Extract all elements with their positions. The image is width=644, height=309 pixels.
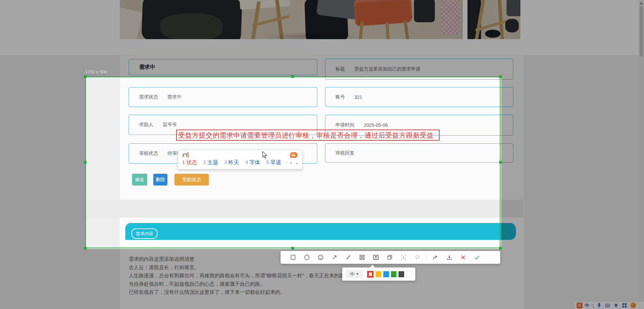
- download-icon[interactable]: [442, 251, 456, 264]
- color-swatch-yellow[interactable]: [376, 271, 381, 277]
- dim-overlay-right: [501, 77, 644, 249]
- ime-composition-text: z't: [182, 152, 187, 158]
- share-icon[interactable]: [428, 251, 442, 264]
- arrow-tool-icon[interactable]: [327, 251, 341, 264]
- selection-handle[interactable]: [84, 161, 87, 164]
- ime-popup: z't 1 状态 2 主题 3 昨天 4 字体 5 早退: [178, 150, 302, 169]
- font-size-dropdown[interactable]: 中: [346, 270, 363, 278]
- color-swatch-blue[interactable]: [383, 271, 389, 277]
- toolbar-divider: [426, 254, 426, 261]
- chevron-down-icon: [356, 273, 359, 275]
- ime-composition: z't: [182, 152, 188, 158]
- selection-handle[interactable]: [84, 247, 87, 250]
- candidate-number: 3: [224, 159, 227, 166]
- candidate-word: 昨天: [228, 159, 239, 166]
- candidate-number: 2: [203, 159, 206, 166]
- cancel-capture-icon[interactable]: [456, 251, 470, 264]
- color-swatch-white[interactable]: [406, 271, 412, 277]
- selection-handle[interactable]: [84, 75, 87, 78]
- ime-candidate-3[interactable]: 3 昨天: [224, 159, 239, 166]
- candidate-word: 字体: [249, 159, 260, 166]
- color-swatch-dark[interactable]: [398, 271, 404, 277]
- selection-handle[interactable]: [499, 247, 502, 250]
- ime-next-icon[interactable]: ›: [290, 160, 292, 165]
- style-bar-notch: [370, 265, 375, 268]
- candidate-number: 1: [182, 159, 185, 166]
- font-size-value: 中: [350, 271, 354, 277]
- mosaic-tool-icon[interactable]: [355, 251, 369, 264]
- candidate-word: 主题: [207, 159, 218, 166]
- color-swatch-green[interactable]: [391, 271, 397, 277]
- screen: 需求中 标题 受益方这里添加自己的需求申请 需求状态 需求中 账号 321 求助…: [0, 0, 644, 309]
- selection-handle[interactable]: [499, 75, 502, 78]
- candidate-word: 状态: [186, 159, 197, 166]
- mouse-cursor: [262, 151, 267, 160]
- selection-handle[interactable]: [499, 161, 502, 164]
- ime-nav: ‹ › ⌄: [286, 160, 299, 165]
- sticker-tool-icon[interactable]: [383, 251, 396, 264]
- sogou-emoji-icon[interactable]: [290, 152, 297, 158]
- rectangle-tool-icon[interactable]: [286, 251, 300, 264]
- candidate-word: 早退: [270, 159, 281, 166]
- candidate-number: 5: [266, 159, 269, 166]
- ocr-tool-icon[interactable]: [396, 251, 410, 264]
- selection-size-label: 1233 x 508: [85, 69, 107, 75]
- ime-candidate-list: 1 状态 2 主题 3 昨天 4 字体 5 早退: [182, 159, 281, 166]
- screenshot-toolbar: [281, 251, 500, 264]
- ime-prev-icon[interactable]: ‹: [286, 160, 287, 165]
- ellipse-tool-icon[interactable]: [300, 251, 314, 264]
- text-tool-icon[interactable]: [369, 251, 383, 264]
- color-swatch-red-selected[interactable]: [367, 271, 374, 278]
- ime-candidate-4[interactable]: 4 字体: [245, 159, 260, 166]
- undo-icon[interactable]: [410, 251, 424, 264]
- ime-candidate-1[interactable]: 1 状态: [182, 159, 197, 166]
- ime-candidate-5[interactable]: 5 早退: [266, 159, 281, 166]
- text-style-bar: 中: [342, 268, 415, 281]
- dim-overlay-top: [0, 0, 644, 77]
- ime-caret: [188, 152, 188, 158]
- ime-candidate-2[interactable]: 2 主题: [203, 159, 218, 166]
- ime-expand-icon[interactable]: ⌄: [295, 160, 299, 165]
- dim-overlay-left: [0, 77, 85, 249]
- emoji-tool-icon[interactable]: [314, 251, 327, 264]
- selection-handle[interactable]: [291, 247, 294, 250]
- candidate-number: 4: [245, 159, 248, 166]
- confirm-capture-icon[interactable]: [470, 251, 484, 264]
- pen-tool-icon[interactable]: [341, 251, 355, 264]
- selection-handle[interactable]: [291, 75, 294, 78]
